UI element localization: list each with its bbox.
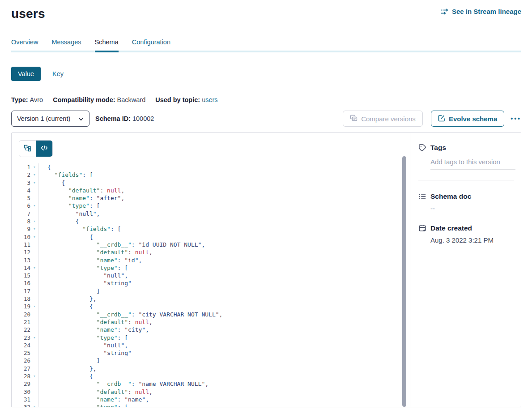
line-number: 16 (19, 279, 30, 287)
fold-gutter (30, 272, 39, 279)
fold-toggle-icon[interactable]: ▾ (30, 179, 39, 187)
topic-link[interactable]: users (202, 96, 217, 103)
line-number: 30 (19, 388, 30, 396)
code-text: "__crdb__": "city VARCHAR NOT NULL", (39, 311, 222, 318)
code-line: 19▾ { (19, 303, 410, 310)
fold-gutter (30, 287, 39, 295)
fold-toggle-icon[interactable]: ▾ (30, 264, 39, 272)
code-pane: 1▾{2▾ "fields": [3▾ {4 "default": null,5… (12, 133, 410, 407)
code-text: "__crdb__": "id UUID NOT NULL", (39, 241, 205, 248)
add-tags-input[interactable] (430, 158, 515, 170)
code-line: 32▾ "type": [ (19, 403, 410, 407)
code-text: "string" (39, 279, 132, 287)
fold-gutter (30, 388, 39, 396)
code-line: 2▾ "fields": [ (19, 171, 410, 179)
value-toggle-button[interactable]: Value (11, 67, 41, 81)
fold-gutter (30, 380, 39, 388)
used-by-topic: Used by topic:users (155, 96, 217, 103)
line-number: 3 (19, 179, 30, 187)
tags-section: Tags (418, 144, 514, 180)
more-actions-button[interactable]: ••• (511, 115, 521, 122)
code-text: "type": [ (39, 202, 100, 209)
fold-toggle-icon[interactable]: ▾ (30, 225, 39, 233)
schema-doc-section: Schema doc -- (418, 192, 514, 212)
code-text: "type": [ (39, 264, 128, 272)
code-text: "name": "name", (39, 396, 149, 403)
tab-configuration[interactable]: Configuration (132, 38, 170, 51)
fold-gutter (30, 241, 39, 248)
code-line: 17 ] (19, 287, 410, 295)
schema-doc-value: -- (430, 205, 514, 212)
fold-gutter (30, 342, 39, 349)
fold-toggle-icon[interactable]: ▾ (30, 233, 39, 241)
compare-versions-button[interactable]: Compare versions (343, 111, 423, 127)
fold-gutter (30, 248, 39, 256)
line-number: 5 (19, 194, 30, 202)
code-line: 25 "string" (19, 349, 410, 357)
line-number: 19 (19, 303, 30, 310)
tree-view-button[interactable] (19, 141, 36, 157)
code-line: 24 "null", (19, 342, 410, 349)
line-number: 15 (19, 272, 30, 279)
line-number: 2 (19, 171, 30, 179)
fold-toggle-icon[interactable]: ▾ (30, 403, 39, 407)
fold-toggle-icon[interactable]: ▾ (30, 372, 39, 380)
code-text: { (39, 233, 93, 241)
compatibility-mode: Compatibility mode:Backward (53, 96, 145, 103)
fold-toggle-icon[interactable]: ▾ (30, 171, 39, 179)
code-line: 28▾ { (19, 372, 410, 380)
code-line: 9▾ "fields": [ (19, 225, 410, 233)
tab-overview[interactable]: Overview (11, 38, 38, 51)
version-select[interactable]: Version 1 (current) (11, 111, 89, 127)
fold-gutter (30, 187, 39, 194)
code-editor[interactable]: 1▾{2▾ "fields": [3▾ {4 "default": null,5… (19, 163, 410, 407)
code-line: 22 "name": "city", (19, 326, 410, 333)
line-number: 26 (19, 357, 30, 364)
line-number: 29 (19, 380, 30, 388)
schema-controls-row: Version 1 (current) Schema ID:100002 Com… (11, 111, 521, 127)
fold-gutter (30, 194, 39, 202)
line-number: 9 (19, 225, 30, 233)
key-toggle-link[interactable]: Key (52, 70, 64, 77)
code-text: "null", (39, 272, 128, 279)
date-created-title: Date created (430, 224, 472, 232)
schema-page: users See in Stream lineage Overview Mes… (0, 0, 532, 410)
stream-lineage-icon (440, 9, 449, 15)
code-line: 11 "__crdb__": "id UUID NOT NULL", (19, 241, 410, 248)
tags-title: Tags (430, 144, 446, 152)
fold-toggle-icon[interactable]: ▾ (30, 303, 39, 310)
code-scrollbar-thumb[interactable] (402, 156, 406, 407)
code-line: 23▾ "type": [ (19, 334, 410, 342)
fold-toggle-icon[interactable]: ▾ (30, 218, 39, 225)
line-number: 27 (19, 365, 30, 372)
line-number: 32 (19, 403, 30, 407)
stream-lineage-link[interactable]: See in Stream lineage (440, 8, 521, 15)
line-number: 8 (19, 218, 30, 225)
code-text: "default": null, (39, 388, 153, 396)
code-text: "null", (39, 210, 100, 218)
code-text: "string" (39, 349, 132, 357)
code-line: 5 "name": "after", (19, 194, 410, 202)
code-line: 31 "name": "name", (19, 396, 410, 403)
code-view-button[interactable] (36, 141, 52, 157)
line-number: 31 (19, 396, 30, 403)
code-text: "fields": [ (39, 171, 93, 179)
line-number: 13 (19, 256, 30, 264)
schema-meta-row: Type:Avro Compatibility mode:Backward Us… (11, 96, 521, 103)
fold-toggle-icon[interactable]: ▾ (30, 163, 39, 171)
evolve-schema-button[interactable]: Evolve schema (431, 111, 504, 127)
code-line: 8▾ { (19, 218, 410, 225)
fold-toggle-icon[interactable]: ▾ (30, 202, 39, 209)
code-line: 14▾ "type": [ (19, 264, 410, 272)
tab-schema[interactable]: Schema (95, 38, 119, 51)
tab-messages[interactable]: Messages (51, 38, 81, 51)
fold-gutter (30, 326, 39, 333)
fold-toggle-icon[interactable]: ▾ (30, 334, 39, 342)
code-line: 15 "null", (19, 272, 410, 279)
fold-gutter (30, 396, 39, 403)
code-line: 7 "null", (19, 210, 410, 218)
line-number: 28 (19, 372, 30, 380)
line-number: 6 (19, 202, 30, 209)
code-text: "default": null, (39, 318, 153, 326)
line-number: 12 (19, 248, 30, 256)
